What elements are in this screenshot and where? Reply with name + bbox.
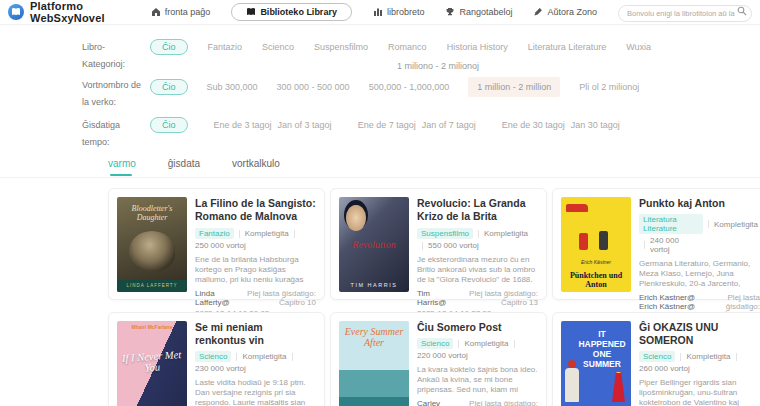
- divider: [239, 230, 240, 238]
- nav-bookshelf-label: librobreto: [387, 7, 425, 17]
- search-input[interactable]: [618, 5, 752, 22]
- genre-tag[interactable]: Scienco: [639, 351, 675, 362]
- category-option-all[interactable]: Ĉio: [150, 39, 188, 55]
- divider: [478, 230, 479, 238]
- divider: [422, 242, 423, 250]
- wordcount-option[interactable]: 500,000 - 1,000,000: [369, 82, 450, 92]
- update-time-option[interactable]: Ene de 7 tagoj Jan of 7 tagoj: [358, 120, 476, 130]
- divider: [294, 230, 295, 238]
- book-cover: Every Summer After CARLEY FORTUNE: [339, 321, 409, 406]
- category-option[interactable]: Fantazio: [208, 42, 243, 52]
- book-title[interactable]: Punkto kaj Anton: [639, 197, 760, 210]
- divider: [236, 353, 237, 361]
- status-badge: Kompletigita: [245, 229, 289, 238]
- brand-logo-icon[interactable]: [8, 4, 24, 20]
- wordcount-option[interactable]: Sub 300,000: [207, 82, 258, 92]
- pen-icon: [533, 7, 543, 17]
- status-badge: Kompletigita: [242, 352, 286, 361]
- nav-home-label: fronta paĝo: [165, 7, 211, 17]
- tab-varmo[interactable]: varmo: [108, 158, 136, 176]
- nav-rankings[interactable]: Rangotabeloj: [445, 7, 512, 17]
- book-title[interactable]: Revolucio: La Granda Krizo de la Brita M…: [417, 197, 538, 224]
- book-title[interactable]: Ĉiu Somero Post: [417, 321, 538, 334]
- cover-art: [579, 233, 588, 250]
- divider: [680, 353, 681, 361]
- book-cover: Erich Kästner Pünktchen und Anton: [561, 197, 631, 292]
- open-book-icon: [11, 7, 21, 17]
- category-option[interactable]: Wuxia: [626, 42, 651, 52]
- latest-update: Plej lasta ĝisdatigo: Ĉapitro 10: [240, 289, 316, 307]
- genre-tag[interactable]: Scienco: [417, 338, 453, 349]
- word-count: 240 000 vortoj: [650, 236, 696, 254]
- book-title[interactable]: Se mi neniam renkontus vin: [195, 321, 316, 347]
- category-filter-label: Libro- Kategorioj:: [82, 39, 146, 73]
- update-time-option[interactable]: Ene de 3 tagoj Jan of 3 tagoj: [214, 120, 332, 130]
- category-option[interactable]: Scienco: [262, 42, 294, 52]
- cover-author: Mhairi McFarlane: [117, 324, 187, 330]
- book-cover: Revolution TIM HARRIS: [339, 197, 409, 292]
- book-author[interactable]: Linda Lafferty@: [195, 289, 234, 307]
- cover-author: LINDA LAFFERTY: [117, 280, 187, 292]
- book-card[interactable]: Revolution TIM HARRIS Revolucio: La Gran…: [330, 188, 547, 300]
- book-author[interactable]: Carley Fortune@: [417, 399, 459, 406]
- sort-tabs: varmo ĝisdata vortkalkulo: [108, 158, 280, 176]
- nav-bookshelf[interactable]: librobreto: [373, 7, 425, 17]
- search-box: [618, 2, 752, 22]
- book-card[interactable]: IT HAPPENED ONE SUMMER Tessa Bailey Ĝi O…: [552, 312, 760, 406]
- wordcount-option[interactable]: 300 000 - 500 000: [277, 82, 350, 92]
- word-count: 230 000 vortoj: [195, 364, 246, 373]
- cover-art: [129, 231, 175, 271]
- wordcount-option-hover-label[interactable]: 1 miliono - 2 milionoj: [397, 61, 479, 71]
- library-page: Platformo WebSxyNovel fronta paĝo Biblio…: [0, 0, 760, 406]
- book-card[interactable]: Every Summer After CARLEY FORTUNE Ĉiu So…: [330, 312, 547, 406]
- category-option[interactable]: Suspensfilmo: [314, 42, 368, 52]
- cover-title: Every Summer After: [339, 326, 409, 348]
- book-card[interactable]: Erich Kästner Pünktchen und Anton Punkto…: [552, 188, 760, 300]
- book-description: Piper Bellinger rigardis sian lipoŝminkr…: [639, 378, 760, 406]
- word-count: 220 000 vortoj: [417, 351, 468, 360]
- book-card[interactable]: Mhairi McFarlane If I Never Met You Se m…: [108, 312, 325, 406]
- cover-art: [346, 205, 366, 231]
- status-badge: Kompletigita: [464, 339, 508, 348]
- book-author[interactable]: Tim Harris@: [417, 289, 451, 307]
- book-title[interactable]: Ĝi OKAZIS UNU SOMERON: [639, 321, 760, 347]
- nav-library[interactable]: Biblioteko Library: [231, 3, 352, 21]
- cover-author: Erich Kästner: [561, 259, 631, 265]
- genre-tag[interactable]: Scienco: [195, 351, 231, 362]
- category-option[interactable]: Literatura Literature: [528, 42, 607, 52]
- book-description: Laste vidita hodiaŭ je 9:18 ptm. Dan ver…: [195, 378, 316, 406]
- latest-update: Plej lasta ĝisdatigo: Ĉapitro 13: [457, 289, 538, 307]
- nav-author-zone[interactable]: Aŭtora Zono: [533, 7, 597, 17]
- update-time-option[interactable]: Ene de 30 tagoj Jan 30 tagoj: [502, 120, 620, 130]
- genre-tag[interactable]: Fantazio: [195, 228, 234, 239]
- cover-title: IT HAPPENED ONE SUMMER: [577, 329, 627, 369]
- latest-update: Plej lasta ĝisdatigo: Ĉapitro 19: [465, 399, 539, 406]
- nav-rankings-label: Rangotabeloj: [459, 7, 512, 17]
- status-badge: Kompletigita: [714, 220, 758, 229]
- wordcount-option-highlighted[interactable]: 1 million - 2 million: [468, 77, 560, 97]
- search-icon[interactable]: [737, 6, 747, 16]
- genre-tag[interactable]: Suspensfilmo: [417, 228, 473, 239]
- wordcount-option-all[interactable]: Ĉio: [150, 79, 188, 95]
- main-nav: fronta paĝo Biblioteko Library librobret…: [151, 3, 597, 21]
- genre-tag[interactable]: Literatura Literature: [639, 214, 703, 234]
- cover-art: [566, 204, 588, 212]
- book-card[interactable]: Bloodletter's Daughter LINDA LAFFERTY La…: [108, 188, 325, 300]
- update-time-option-all[interactable]: Ĉio: [150, 117, 188, 133]
- wordcount-filter-label: Vortnombro de la verko:: [82, 77, 146, 111]
- nav-home[interactable]: fronta paĝo: [151, 7, 211, 17]
- tab-vortkalkulo[interactable]: vortkalkulo: [232, 158, 280, 176]
- book-title[interactable]: La Filino de la Sangisto: Romano de Maln…: [195, 197, 316, 224]
- nav-library-label: Biblioteko Library: [260, 7, 337, 17]
- wordcount-option[interactable]: Pli ol 2 milionoj: [579, 82, 639, 92]
- wordcount-options: Ĉio Sub 300,000 300 000 - 500 000 500,00…: [150, 77, 639, 97]
- divider: [514, 340, 515, 348]
- book-description: Ene de la brilanta Habsburga kortego en …: [195, 255, 316, 285]
- status-badge: Kompletigita: [686, 352, 730, 361]
- word-count: 260 000 vortoj: [639, 364, 690, 373]
- tab-gisdata[interactable]: ĝisdata: [168, 158, 200, 176]
- update-time-options: Ĉio Ene de 3 tagoj Jan of 3 tagoj Ene de…: [150, 117, 620, 133]
- category-option[interactable]: Historia History: [447, 42, 508, 52]
- status-badge: Kompletigita: [484, 229, 528, 238]
- category-option[interactable]: Romanco: [388, 42, 427, 52]
